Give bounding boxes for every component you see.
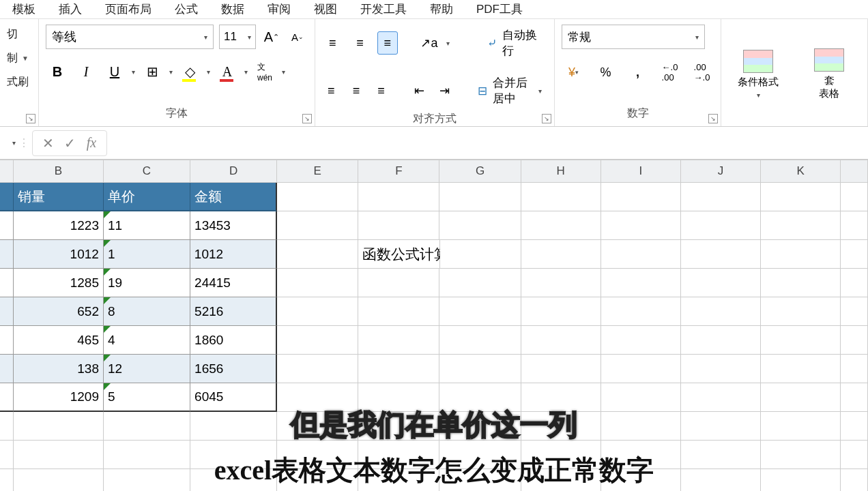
cell[interactable] [761, 297, 841, 326]
cell[interactable] [439, 297, 521, 326]
cell[interactable]: 1012 [14, 240, 104, 269]
conditional-format-button[interactable]: 条件格式 ▾ [738, 50, 779, 99]
cell[interactable] [601, 183, 681, 211]
chevron-down-icon[interactable]: ▾ [446, 40, 450, 47]
cell[interactable] [0, 326, 14, 355]
cell[interactable] [439, 326, 521, 355]
cell[interactable] [521, 355, 601, 383]
cell[interactable] [521, 269, 601, 297]
cell[interactable] [681, 240, 761, 269]
cell[interactable] [0, 269, 14, 297]
column-header-G[interactable]: G [439, 160, 521, 183]
chevron-down-icon[interactable]: ▾ [132, 68, 135, 76]
align-left-button[interactable]: ≡ [322, 79, 341, 102]
increase-decimal-button[interactable]: ←.0.00 [658, 60, 682, 85]
cell[interactable] [841, 183, 868, 211]
cell[interactable]: 单价 [104, 183, 190, 211]
font-launcher[interactable]: ↘ [302, 114, 312, 123]
cell[interactable] [761, 211, 841, 240]
cell[interactable] [358, 211, 439, 240]
cell[interactable] [761, 269, 841, 297]
cell[interactable]: 8 [104, 297, 190, 326]
cell[interactable]: 5216 [190, 297, 277, 326]
cell[interactable] [0, 240, 14, 269]
cell[interactable] [277, 297, 358, 326]
cell[interactable]: 1223 [14, 211, 104, 240]
cell[interactable] [277, 326, 358, 355]
menu-template[interactable]: 模板 [12, 1, 35, 17]
insert-function-button[interactable]: fx [82, 134, 101, 153]
column-header-K[interactable]: K [761, 160, 841, 183]
format-painter-button[interactable]: 式刷 [7, 72, 31, 92]
column-header-D[interactable]: D [190, 160, 277, 183]
font-size-select[interactable]: 11▾ [219, 25, 256, 49]
table-style-button[interactable]: 套 表格 [814, 48, 844, 100]
accept-formula-button[interactable]: ✓ [60, 134, 79, 153]
cell[interactable] [681, 183, 761, 211]
number-launcher[interactable]: ↘ [708, 114, 718, 123]
column-header-F[interactable]: F [358, 160, 439, 183]
cell[interactable] [0, 355, 14, 383]
cell[interactable]: 652 [14, 297, 104, 326]
cell[interactable] [601, 211, 681, 240]
cell[interactable] [0, 211, 14, 240]
cell[interactable] [277, 183, 358, 211]
wrap-text-button[interactable]: ⤶自动换行 [482, 25, 547, 61]
align-right-button[interactable]: ≡ [372, 79, 390, 102]
cell[interactable] [277, 269, 358, 297]
column-header-E[interactable]: E [277, 160, 358, 183]
cell[interactable] [277, 240, 358, 269]
cell[interactable] [521, 183, 601, 211]
menu-view[interactable]: 视图 [314, 1, 337, 17]
cell[interactable] [0, 297, 14, 326]
cell[interactable] [761, 355, 841, 383]
cell[interactable] [681, 326, 761, 355]
increase-indent-button[interactable]: ⇥ [435, 79, 454, 102]
cell[interactable]: 1285 [14, 269, 104, 297]
column-header-A[interactable] [0, 160, 14, 183]
chevron-down-icon[interactable]: ▾ [12, 139, 16, 147]
cell[interactable] [601, 326, 681, 355]
cell[interactable]: 19 [104, 269, 190, 297]
decrease-decimal-button[interactable]: .00→.0 [690, 60, 714, 85]
menu-pdf[interactable]: PDF工具 [476, 1, 523, 17]
cell[interactable] [439, 183, 521, 211]
cell[interactable] [681, 269, 761, 297]
decrease-font-button[interactable]: A⌄ [287, 27, 308, 47]
cell[interactable] [841, 269, 868, 297]
cell[interactable] [681, 355, 761, 383]
cell[interactable] [761, 240, 841, 269]
cell[interactable] [358, 355, 439, 383]
comma-button[interactable]: , [626, 60, 650, 85]
column-header-L[interactable] [841, 160, 868, 183]
column-header-C[interactable]: C [104, 160, 190, 183]
cell[interactable] [521, 326, 601, 355]
cell[interactable]: 12 [104, 355, 190, 383]
cell[interactable]: 4 [104, 326, 190, 355]
chevron-down-icon[interactable]: ▾ [244, 68, 248, 76]
menu-help[interactable]: 帮助 [430, 1, 453, 17]
cell[interactable] [601, 355, 681, 383]
merge-center-button[interactable]: ⊟合并后居中▾ [472, 72, 547, 109]
underline-button[interactable]: U [103, 60, 126, 83]
clipboard-launcher[interactable]: ↘ [26, 114, 35, 123]
italic-button[interactable]: I [74, 60, 98, 83]
menu-review[interactable]: 审阅 [267, 1, 291, 17]
menu-insert[interactable]: 插入 [59, 1, 82, 17]
chevron-down-icon[interactable]: ▾ [169, 68, 173, 76]
cell[interactable] [439, 355, 521, 383]
font-color-button[interactable]: A [216, 60, 239, 83]
column-header-I[interactable]: I [601, 160, 681, 183]
number-format-select[interactable]: 常规▾ [562, 25, 705, 49]
align-center-button[interactable]: ≡ [347, 79, 366, 102]
cell[interactable]: 金额 [190, 183, 277, 211]
cell[interactable] [601, 240, 681, 269]
align-top-button[interactable]: ≡ [322, 31, 343, 55]
cell[interactable]: 138 [14, 355, 104, 383]
cell[interactable] [439, 211, 521, 240]
cell[interactable]: 24415 [190, 269, 277, 297]
cell[interactable]: 1 [104, 240, 190, 269]
cell[interactable] [440, 240, 521, 269]
cell[interactable] [761, 326, 841, 355]
font-name-select[interactable]: 等线▾ [46, 25, 214, 49]
